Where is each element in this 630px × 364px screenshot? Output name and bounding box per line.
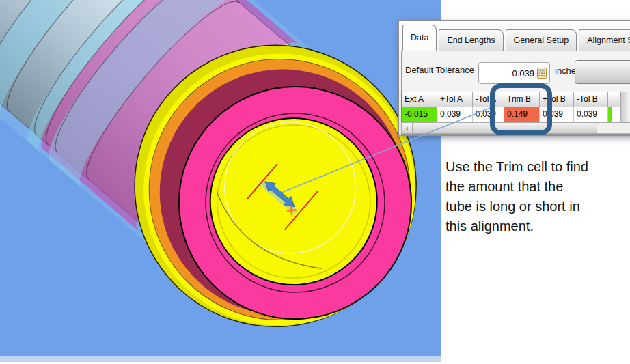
annotation-line: this alignment. — [446, 216, 630, 236]
tab-alignment-setup[interactable]: Alignment Set — [579, 29, 630, 51]
dialog-tab-bar: Data End Lengths General Setup Alignment… — [402, 25, 630, 51]
col-ptol-a: +Tol A — [437, 92, 473, 107]
calculator-icon[interactable] — [537, 68, 547, 79]
col-ntol-b: -Tol B — [574, 92, 608, 107]
default-tolerance-label: Default Tolerance — [405, 65, 474, 75]
tab-data[interactable]: Data — [402, 25, 437, 51]
annotation-line: tube is long or short in — [446, 197, 630, 216]
cell-ntol-b[interactable]: 0.039 — [574, 107, 608, 122]
annotation-line: the amount that the — [446, 177, 630, 197]
next-cell-green-edge — [608, 107, 612, 122]
col-next — [608, 92, 621, 107]
annotation-text: Use the Trim cell to find the amount tha… — [446, 157, 630, 236]
tab-end-lengths[interactable]: End Lengths — [439, 29, 503, 51]
tab-general-setup[interactable]: General Setup — [506, 29, 577, 51]
screen: Data End Lengths General Setup Alignment… — [0, 0, 630, 364]
viewport-3d[interactable] — [0, 0, 441, 362]
cell-ext-a[interactable]: -0.015 — [402, 107, 437, 122]
cell-next[interactable] — [608, 107, 621, 122]
dialog-side-button[interactable] — [575, 60, 630, 84]
trim-column-highlight — [490, 83, 552, 135]
table-vertical-scrollbar[interactable] — [620, 92, 629, 123]
col-ext-a: Ext A — [402, 92, 437, 107]
scroll-left-button[interactable]: ‹ — [402, 123, 413, 133]
default-tolerance-field — [478, 62, 550, 84]
cell-ptol-a[interactable]: 0.039 — [437, 107, 473, 122]
viewport-bottom-strip — [0, 356, 441, 362]
annotation-line: Use the Trim cell to find — [446, 157, 630, 177]
